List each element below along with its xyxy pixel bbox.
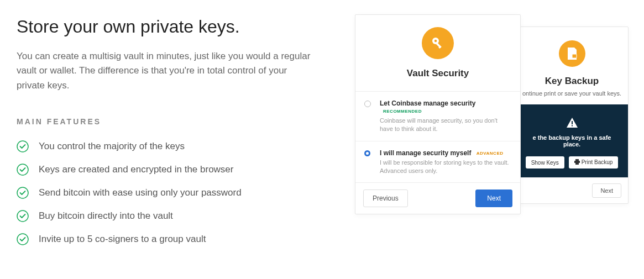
recommended-tag: RECOMMENDED	[383, 109, 422, 114]
print-backup-button[interactable]: Print Backup	[569, 156, 619, 169]
feature-item: Invite up to 5 co-signers to a group vau…	[17, 233, 326, 245]
option-title-text: I will manage security myself	[380, 149, 471, 157]
advanced-tag: ADVANCED	[477, 151, 504, 156]
option-description: Coinbase will manage security, so you do…	[380, 117, 510, 133]
key-backup-card: Key Backup ontinue print or save your va…	[515, 27, 629, 204]
check-icon	[17, 233, 29, 245]
feature-text: Send bitcoin with ease using only your p…	[39, 187, 242, 198]
svg-point-1	[17, 164, 28, 175]
backup-card-title: Key Backup	[545, 76, 599, 87]
svg-point-4	[17, 234, 28, 245]
radio-unselected[interactable]	[364, 101, 371, 107]
next-button[interactable]: Next	[475, 189, 512, 207]
warning-icon	[567, 118, 578, 130]
security-card-title: Vault Security	[407, 68, 469, 79]
feature-item: Buy bitcoin directly into the vault	[17, 210, 326, 222]
features-label: MAIN FEATURES	[17, 117, 326, 126]
check-icon	[17, 210, 29, 222]
previous-button[interactable]: Previous	[363, 189, 408, 207]
feature-item: You control the majority of the keys	[17, 140, 326, 152]
check-icon	[17, 140, 29, 152]
svg-point-12	[434, 40, 437, 42]
page-heading: Store your own private keys.	[17, 17, 326, 37]
feature-item: Send bitcoin with ease using only your p…	[17, 187, 326, 199]
show-keys-button[interactable]: Show Keys	[526, 156, 564, 169]
svg-rect-5	[572, 54, 577, 58]
option-description: I will be responsible for storing keys t…	[380, 159, 510, 175]
backup-next-button[interactable]: Next	[592, 183, 621, 198]
check-icon	[17, 187, 29, 199]
feature-text: Buy bitcoin directly into the vault	[39, 210, 173, 222]
feature-text: Keys are created and encrypted in the br…	[39, 164, 233, 175]
security-option-self[interactable]: I will manage security myself ADVANCED I…	[355, 141, 520, 183]
feature-text: You control the majority of the keys	[39, 141, 185, 152]
svg-point-0	[17, 141, 28, 152]
key-icon	[422, 27, 454, 59]
backup-warning-panel: e the backup keys in a safe place. Show …	[516, 104, 628, 177]
security-option-coinbase[interactable]: Let Coinbase manage security RECOMMENDED…	[355, 91, 520, 141]
backup-subtitle: ontinue print or save your vault keys.	[522, 90, 621, 97]
feature-list: You control the majority of the keys Key…	[17, 140, 326, 245]
radio-selected[interactable]	[364, 150, 370, 156]
lock-document-icon	[559, 40, 585, 67]
svg-rect-7	[572, 125, 573, 127]
svg-rect-10	[575, 162, 579, 165]
option-title-text: Let Coinbase manage security	[380, 99, 475, 107]
svg-rect-8	[575, 159, 579, 161]
backup-warning-text: e the backup keys in a safe place.	[523, 134, 620, 148]
svg-point-2	[17, 187, 28, 198]
print-icon	[574, 159, 580, 166]
check-icon	[17, 164, 29, 176]
vault-security-card: Vault Security Let Coinbase manage secur…	[355, 14, 521, 214]
page-description: You can create a multisig vault in minut…	[17, 49, 315, 93]
feature-item: Keys are created and encrypted in the br…	[17, 164, 326, 176]
svg-point-3	[17, 210, 28, 222]
svg-rect-6	[572, 121, 573, 124]
feature-text: Invite up to 5 co-signers to a group vau…	[39, 234, 206, 245]
